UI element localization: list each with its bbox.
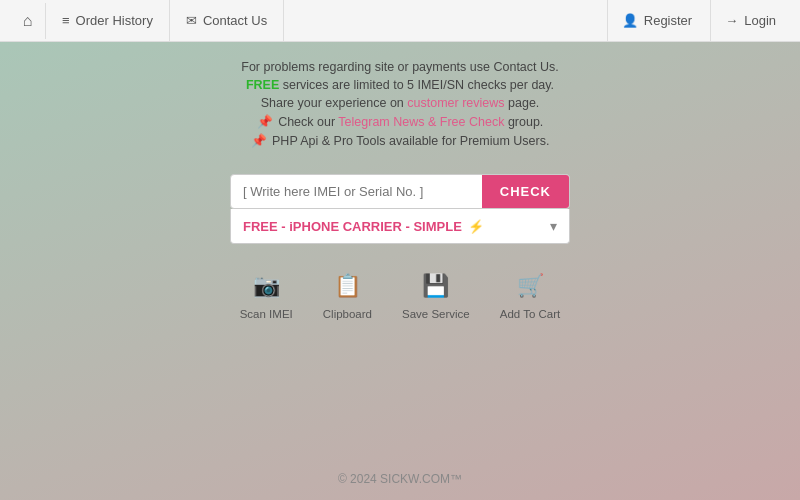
info-line2: FREE services are limited to 5 IMEI/SN c… xyxy=(246,78,554,92)
info-line4-prefix: Check our xyxy=(278,115,338,129)
home-icon: ⌂ xyxy=(23,12,33,30)
contact-icon: ✉ xyxy=(186,13,197,28)
actions-row: 📷Scan IMEI📋Clipboard💾Save Service🛒Add To… xyxy=(240,270,561,320)
order-history-button[interactable]: ≡ Order History xyxy=(46,0,170,42)
home-button[interactable]: ⌂ xyxy=(10,3,46,39)
info-line3-suffix: page. xyxy=(508,96,539,110)
imei-input-row: CHECK xyxy=(230,174,570,209)
save-service-label: Save Service xyxy=(402,308,470,320)
pin-icon-2: 📌 xyxy=(251,134,267,148)
lightning-icon: ⚡ xyxy=(468,219,484,234)
pin-icon: 📌 xyxy=(257,115,273,129)
free-label: FREE xyxy=(246,78,279,92)
add-to-cart-icon: 🛒 xyxy=(514,270,546,302)
order-history-icon: ≡ xyxy=(62,13,70,28)
save-service-icon: 💾 xyxy=(420,270,452,302)
login-label: Login xyxy=(744,13,776,28)
contact-button[interactable]: ✉ Contact Us xyxy=(170,0,284,42)
register-icon: 👤 xyxy=(622,13,638,28)
register-button[interactable]: 👤 Register xyxy=(607,0,706,42)
topbar: ⌂ ≡ Order History ✉ Contact Us 👤 Registe… xyxy=(0,0,800,42)
telegram-link[interactable]: Telegram News & Free Check xyxy=(338,115,504,129)
chevron-down-icon: ▾ xyxy=(550,218,557,234)
info-line3: Share your experience on customer review… xyxy=(261,96,540,110)
save-service-button[interactable]: 💾Save Service xyxy=(402,270,470,320)
footer-text: © 2024 SICKW.COM™ xyxy=(338,472,462,486)
add-to-cart-button[interactable]: 🛒Add To Cart xyxy=(500,270,561,320)
topbar-right: 👤 Register → Login xyxy=(607,0,790,42)
footer: © 2024 SICKW.COM™ xyxy=(0,472,800,486)
order-history-label: Order History xyxy=(76,13,153,28)
clipboard-button[interactable]: 📋Clipboard xyxy=(323,270,372,320)
scan-imei-icon: 📷 xyxy=(250,270,282,302)
scan-imei-label: Scan IMEI xyxy=(240,308,293,320)
add-to-cart-label: Add To Cart xyxy=(500,308,561,320)
imei-input[interactable] xyxy=(231,175,482,208)
service-dropdown[interactable]: FREE - iPHONE CARRIER - SIMPLE ⚡ ▾ xyxy=(230,209,570,244)
login-icon: → xyxy=(725,13,738,28)
info-line1: For problems regarding site or payments … xyxy=(241,60,559,74)
check-button[interactable]: CHECK xyxy=(482,175,569,208)
clipboard-icon: 📋 xyxy=(331,270,363,302)
register-label: Register xyxy=(644,13,692,28)
info-line4: 📌 Check our Telegram News & Free Check g… xyxy=(257,114,544,129)
topbar-left: ⌂ ≡ Order History ✉ Contact Us xyxy=(10,0,284,42)
main-content: For problems regarding site or payments … xyxy=(0,42,800,320)
contact-label: Contact Us xyxy=(203,13,267,28)
login-button[interactable]: → Login xyxy=(710,0,790,42)
scan-imei-button[interactable]: 📷Scan IMEI xyxy=(240,270,293,320)
info-line2-text: services are limited to 5 IMEI/SN checks… xyxy=(283,78,554,92)
info-line3-prefix: Share your experience on xyxy=(261,96,408,110)
clipboard-label: Clipboard xyxy=(323,308,372,320)
dropdown-label: FREE - iPHONE CARRIER - SIMPLE ⚡ xyxy=(243,219,484,234)
info-line5: 📌 PHP Api & Pro Tools available for Prem… xyxy=(251,133,550,148)
info-line4-suffix: group. xyxy=(508,115,543,129)
customer-reviews-link[interactable]: customer reviews xyxy=(407,96,504,110)
